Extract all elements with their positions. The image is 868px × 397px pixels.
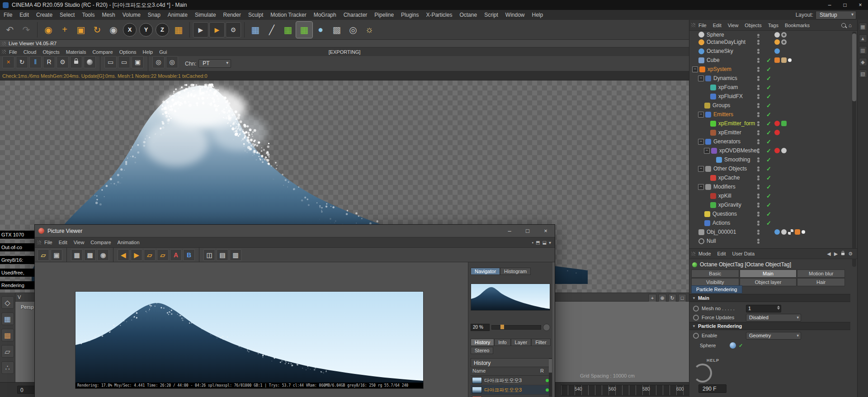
pv-menu-compare[interactable]: Compare — [87, 239, 114, 246]
attr-tab-main[interactable]: Main — [740, 269, 797, 278]
enabled-check-icon[interactable]: ✓ — [766, 57, 771, 64]
object-label[interactable]: xpOVDBMesher — [719, 147, 759, 154]
float-icon[interactable]: ⬒ — [536, 240, 540, 245]
object-label[interactable]: xpFluidFX — [718, 93, 743, 99]
green-tag-icon[interactable] — [781, 121, 787, 126]
set-a-icon[interactable]: A — [170, 249, 182, 261]
visibility-dots[interactable] — [757, 130, 760, 136]
render-picture-viewer-icon[interactable]: ▶ — [209, 22, 225, 38]
history-item[interactable]: 다아크파도오오3 — [471, 395, 550, 397]
pv-tab-histogram[interactable]: Histogram — [500, 268, 531, 275]
toggle-view-icon[interactable]: □ — [678, 294, 686, 302]
tree-item-xpsystem[interactable]: −xpSystem✓ — [689, 65, 850, 74]
pv-close-button[interactable]: × — [537, 225, 555, 237]
object-label[interactable]: xpCache — [718, 175, 740, 181]
visibility-dots[interactable] — [757, 76, 760, 81]
enabled-check-icon[interactable]: ✓ — [766, 102, 771, 109]
pan-icon[interactable]: + — [648, 294, 656, 302]
object-label[interactable]: OctaneDayLight — [707, 39, 745, 45]
tan-tag-icon[interactable] — [781, 57, 787, 63]
visibility-dots[interactable] — [757, 112, 760, 118]
enabled-check-icon[interactable]: ✓ — [766, 93, 771, 100]
menu-edit[interactable]: Edit — [16, 11, 33, 19]
redo-icon[interactable]: ↷ — [18, 22, 34, 38]
enabled-check-icon[interactable]: ✓ — [766, 184, 771, 190]
live-selection-icon[interactable]: ◉ — [40, 22, 57, 38]
layout-dropdown[interactable]: Startup — [816, 11, 856, 19]
render-settings-icon[interactable]: ⚙ — [226, 22, 241, 38]
enabled-check-icon[interactable]: ✓ — [766, 147, 771, 154]
undo-icon[interactable]: ↶ — [2, 22, 18, 38]
render-view-icon[interactable]: ▶ — [193, 22, 208, 38]
x-axis-icon[interactable]: X — [123, 23, 137, 37]
history-item[interactable]: 다아크파도오오3 — [471, 376, 550, 385]
expand-icon[interactable]: − — [704, 148, 710, 154]
gear-tag-icon[interactable] — [781, 39, 787, 45]
search-icon[interactable] — [841, 23, 846, 28]
menu-volume[interactable]: Volume — [119, 11, 144, 19]
render-region-icon[interactable]: ▭ — [104, 56, 117, 68]
object-label[interactable]: xpFoam — [718, 84, 738, 90]
focus-picker-icon[interactable]: ◎ — [152, 56, 165, 68]
menu-help[interactable]: Help — [528, 11, 547, 19]
open-icon[interactable]: ▱ — [38, 249, 49, 261]
object-label[interactable]: Generators — [713, 138, 741, 145]
visibility-dots[interactable] — [757, 193, 760, 199]
history-forward-icon[interactable]: ▶ — [834, 251, 838, 257]
restart-icon[interactable]: ↻ — [16, 56, 28, 68]
clay-mode-icon[interactable]: ▣ — [132, 56, 144, 68]
expand-icon[interactable]: − — [692, 66, 698, 72]
red-tag-icon[interactable] — [774, 121, 780, 126]
settings-icon[interactable]: ⚙ — [57, 56, 69, 68]
om-menu-edit[interactable]: Edit — [710, 22, 725, 29]
rotate-tool-icon[interactable]: ↻ — [89, 22, 105, 38]
menu-animate[interactable]: Animate — [164, 11, 191, 19]
enabled-check-icon[interactable]: ✓ — [766, 75, 771, 82]
drag-handle-icon[interactable] — [691, 23, 695, 27]
picture-viewer-titlebar[interactable]: Picture Viewer – □ × — [35, 225, 555, 237]
film-region-icon[interactable]: ▭ — [118, 56, 130, 68]
tree-item-dynamics[interactable]: −Dynamics✓ — [689, 74, 850, 83]
rotate-icon[interactable]: ↻ — [668, 294, 676, 302]
object-label[interactable]: Dynamics — [713, 75, 737, 81]
tree-item-groups[interactable]: Groups✓ — [689, 101, 850, 110]
light-icon[interactable]: ☼ — [361, 22, 377, 38]
material-preview-icon[interactable] — [84, 56, 96, 68]
pause-icon[interactable]: ‖ — [29, 56, 42, 68]
object-label[interactable]: Modifiers — [713, 184, 736, 190]
profile-icon[interactable]: ◉ — [97, 249, 109, 261]
enabled-check-icon[interactable]: ✓ — [766, 111, 771, 118]
dock-panel-icon[interactable]: ▥ — [859, 46, 867, 54]
simulate-icon[interactable]: ● — [312, 22, 329, 38]
object-label[interactable]: xpSystem — [708, 66, 731, 72]
camera-icon[interactable]: ◎ — [345, 22, 361, 38]
workplane-icon[interactable]: ▱ — [1, 345, 14, 358]
enabled-check-icon[interactable]: ✓ — [766, 211, 771, 217]
points-mode-icon[interactable]: ∴ — [1, 361, 14, 374]
object-label[interactable]: Sphere — [707, 32, 724, 38]
zoom-reset-button[interactable] — [543, 324, 550, 331]
visibility-dots[interactable] — [757, 48, 760, 54]
menu-octane[interactable]: Octane — [456, 11, 481, 19]
visibility-dots[interactable] — [757, 139, 760, 145]
enabled-check-icon[interactable]: ✓ — [766, 220, 771, 227]
coord-system-icon[interactable]: ▦ — [170, 22, 187, 38]
pv-minimize-button[interactable]: – — [500, 225, 519, 237]
object-label[interactable]: Other Objects — [713, 165, 747, 172]
visibility-dots[interactable] — [757, 66, 760, 72]
enabled-check-icon[interactable]: ✓ — [766, 175, 771, 181]
visibility-dots[interactable] — [757, 33, 760, 38]
menu-simulate[interactable]: Simulate — [191, 11, 220, 19]
convert-icon[interactable]: ◇ — [1, 296, 14, 309]
dock-arrow-icon[interactable]: ▲ — [859, 34, 867, 43]
pv-tab-layer[interactable]: Layer — [511, 339, 532, 346]
object-label[interactable]: Cube — [707, 57, 720, 63]
viewport-view-menu[interactable]: V — [18, 294, 21, 300]
object-label[interactable]: Groups — [712, 102, 730, 109]
menu-create[interactable]: Create — [33, 11, 56, 19]
orange-tag-icon[interactable] — [774, 57, 780, 63]
channel-dropdown[interactable]: PT — [198, 59, 231, 68]
generators-icon[interactable]: ▦ — [296, 22, 312, 38]
tree-item-generators[interactable]: −Generators✓ — [689, 137, 850, 146]
enable-dropdown[interactable]: Geometry — [746, 332, 801, 340]
